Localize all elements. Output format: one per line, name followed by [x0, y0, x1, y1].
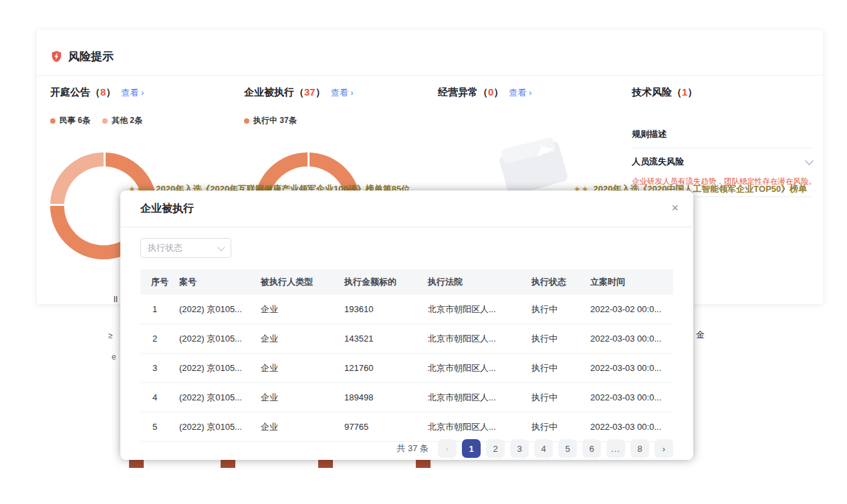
paren: ）	[316, 86, 326, 99]
table-cell: 执行中	[531, 295, 590, 324]
table-row: 4(2022) 京0105...企业189498北京市朝阳区人...执行中202…	[140, 383, 673, 412]
chevron-right-icon: ›	[529, 88, 531, 98]
risk-title: 人员流失风险	[632, 156, 684, 168]
legend-label: 其他 2条	[112, 115, 142, 126]
modal-title: 企业被执行	[140, 202, 194, 216]
column-header: 案号	[179, 269, 261, 295]
table-cell: 193610	[344, 295, 428, 324]
table-cell: 2022-03-03 00:0...	[590, 383, 673, 412]
rule-description-heading: 规则描述	[632, 128, 824, 140]
select-placeholder: 执行状态	[148, 242, 183, 254]
table-cell: (2022) 京0105...	[179, 412, 261, 442]
section-title-row: 开庭公告（8） 查看 ›	[50, 86, 144, 99]
section-court-announcements: 开庭公告（8） 查看 › 民事 6条其他 2条	[50, 86, 144, 126]
risk-collapse-row[interactable]: 人员流失风险	[632, 156, 812, 168]
ellipsis-page-button[interactable]: ...	[606, 439, 625, 458]
table-cell: 121760	[344, 354, 428, 383]
column-header: 立案时间	[590, 269, 673, 295]
total-count-label: 共 37 条	[396, 443, 429, 455]
table-cell: 执行中	[531, 412, 590, 442]
table-cell: 2022-03-03 00:0...	[590, 354, 673, 383]
paren: （	[672, 86, 682, 99]
background-bar-fragment	[416, 459, 431, 468]
table-row: 5(2022) 京0105...企业97765北京市朝阳区人...执行中2022…	[140, 412, 673, 442]
table-cell: (2022) 京0105...	[179, 324, 261, 354]
section-title: 开庭公告	[50, 86, 90, 99]
pagination-pages: ‹123456...8›	[438, 439, 673, 458]
execution-table: 序号案号被执行人类型执行金额标的执行法院执行状态立案时间 1(2022) 京01…	[140, 269, 673, 442]
column-header: 执行法院	[428, 269, 531, 295]
table-cell: 北京市朝阳区人...	[428, 324, 531, 354]
column-header: 序号	[140, 269, 179, 295]
next-page-button[interactable]: ›	[654, 439, 673, 458]
section-count: 0	[488, 86, 493, 98]
background-text-fragment: e	[112, 352, 116, 362]
chevron-down-icon	[217, 243, 225, 251]
legend-label: 民事 6条	[59, 115, 90, 126]
legend-dot-icon	[102, 118, 108, 124]
header-divider	[37, 75, 823, 76]
close-icon[interactable]: ×	[671, 201, 679, 215]
page-button-6[interactable]: 6	[582, 439, 601, 458]
section-title: 企业被执行	[244, 86, 294, 99]
table-cell: 97765	[344, 412, 428, 442]
page-button-1[interactable]: 1	[462, 439, 481, 458]
chevron-right-icon: ›	[350, 88, 353, 98]
table-cell: 北京市朝阳区人...	[428, 295, 531, 324]
background-bar-fragment	[129, 459, 144, 468]
table-cell: 2022-03-03 00:0...	[590, 324, 673, 354]
legend-item: 执行中 37条	[244, 115, 297, 126]
background-text-fragment: ≥	[108, 331, 113, 340]
rule-divider	[632, 148, 812, 148]
background-bar-fragment	[318, 459, 333, 468]
pagination: 共 37 条 ‹123456...8›	[396, 439, 673, 458]
screen: 风险提示 开庭公告（8） 查看 › 民事 6条其他 2条 企业被执行（37） 查…	[0, 0, 847, 504]
view-link-court-announcements[interactable]: 查看 ›	[121, 87, 144, 99]
table-cell: 企业	[261, 354, 344, 383]
legend-dot-icon	[244, 118, 249, 124]
legend-label: 执行中 37条	[253, 115, 297, 126]
execution-status-select[interactable]: 执行状态	[140, 238, 231, 258]
page-button-3[interactable]: 3	[510, 439, 529, 458]
section-title-row: 经营异常（0） 查看 ›	[438, 86, 531, 99]
section-count: 1	[682, 86, 687, 98]
page-button-8[interactable]: 8	[630, 439, 649, 458]
enterprise-executed-modal: 企业被执行 × 执行状态 序号案号被执行人类型执行金额标的执行法院执行状态立案时…	[120, 191, 693, 460]
section-title-row: 技术风险（1）	[632, 86, 824, 99]
table-row: 3(2022) 京0105...企业121760北京市朝阳区人...执行中202…	[140, 354, 673, 383]
paren: ）	[106, 86, 116, 99]
page-button-5[interactable]: 5	[558, 439, 577, 458]
table-cell: 4	[140, 383, 179, 412]
table-row: 2(2022) 京0105...企业143521北京市朝阳区人...执行中202…	[140, 324, 673, 354]
table-cell: (2022) 京0105...	[179, 295, 261, 324]
execution-table-head-row: 序号案号被执行人类型执行金额标的执行法院执行状态立案时间	[140, 269, 673, 295]
legend-item: 其他 2条	[102, 115, 142, 126]
background-bar-fragment	[221, 459, 235, 468]
table-cell: 企业	[261, 295, 344, 324]
page-button-4[interactable]: 4	[534, 439, 553, 458]
chevron-down-icon[interactable]	[805, 156, 814, 165]
table-cell: 企业	[261, 383, 344, 412]
table-cell: 189498	[344, 383, 428, 412]
section-title: 技术风险	[632, 86, 672, 99]
prev-page-button[interactable]: ‹	[438, 439, 457, 458]
view-link-business-abnormality[interactable]: 查看 ›	[509, 87, 531, 99]
modal-header: 企业被执行 ×	[120, 191, 693, 227]
chevron-right-icon: ›	[141, 88, 144, 98]
column-header: 执行状态	[531, 269, 590, 295]
empty-state-illustration	[498, 140, 569, 197]
table-cell: 1	[140, 295, 179, 324]
section-technical-risk: 技术风险（1） 规则描述 人员流失风险 企业研发人员有流失趋势，团队稳定性存在潜…	[632, 86, 824, 197]
page-button-2[interactable]: 2	[486, 439, 505, 458]
table-cell: 5	[140, 412, 179, 442]
paren: ）	[687, 86, 697, 99]
table-cell: 北京市朝阳区人...	[428, 412, 531, 442]
table-cell: 企业	[261, 412, 344, 442]
paren: （	[478, 86, 488, 99]
table-cell: 3	[140, 354, 179, 383]
table-cell: 2022-03-03 00:0...	[590, 412, 673, 442]
table-cell: 执行中	[531, 324, 590, 354]
execution-table-body: 1(2022) 京0105...企业193610北京市朝阳区人...执行中202…	[140, 295, 673, 442]
risk-shield-icon	[50, 50, 63, 63]
view-link-enterprise-executed[interactable]: 查看 ›	[331, 87, 354, 99]
